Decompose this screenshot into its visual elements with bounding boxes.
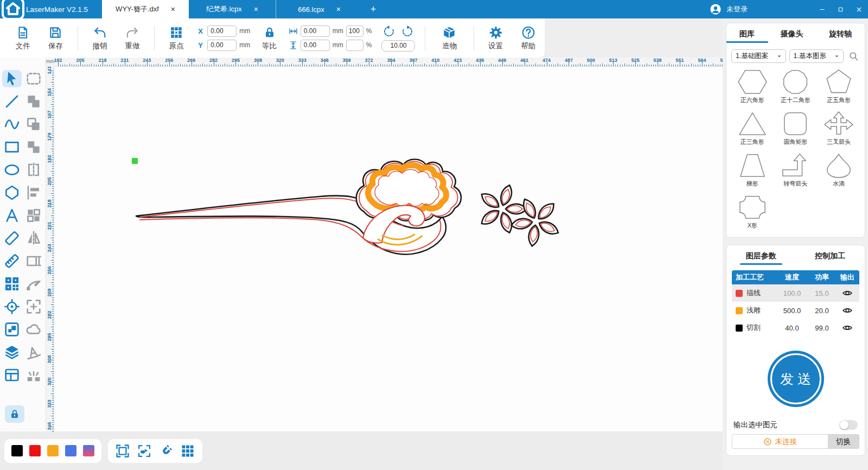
grid-button[interactable] bbox=[180, 443, 195, 459]
tab-camera[interactable]: 摄像头 bbox=[780, 29, 803, 43]
tab-close-icon[interactable]: × bbox=[254, 5, 258, 13]
layer-power[interactable]: 20.0 bbox=[808, 307, 836, 315]
layer-power[interactable]: 15.0 bbox=[808, 289, 836, 297]
tool-node-edit[interactable] bbox=[24, 275, 43, 293]
layer-row-2[interactable]: 切割40.099.0 bbox=[732, 319, 859, 336]
tool-expand[interactable] bbox=[24, 298, 43, 315]
color-swatch-0[interactable] bbox=[11, 445, 23, 456]
height-percent-input[interactable] bbox=[346, 40, 363, 51]
tool-target[interactable] bbox=[2, 298, 22, 315]
tool-subtract[interactable] bbox=[24, 116, 43, 133]
tool-group[interactable] bbox=[24, 207, 43, 224]
tool-cloud[interactable] bbox=[24, 321, 43, 338]
origin-button[interactable]: 原点 bbox=[160, 26, 193, 51]
width-input[interactable] bbox=[301, 26, 330, 37]
origin-marker[interactable] bbox=[132, 158, 138, 164]
document-tab-0[interactable]: WYY-簪子.dxf× bbox=[102, 0, 189, 18]
tool-ellipse[interactable] bbox=[2, 161, 22, 179]
rotate-ccw-icon[interactable] bbox=[382, 25, 395, 38]
send-button[interactable]: 发送 bbox=[768, 351, 824, 407]
tool-exclude[interactable] bbox=[24, 138, 43, 156]
close-button[interactable] bbox=[850, 0, 868, 18]
switch-device-button[interactable]: 切换 bbox=[828, 435, 859, 448]
layer-color-swatch[interactable] bbox=[736, 290, 743, 297]
undo-button[interactable]: 撤销 bbox=[84, 26, 116, 51]
tab-machine-control[interactable]: 控制加工 bbox=[815, 251, 845, 265]
output-selected-toggle[interactable] bbox=[839, 420, 858, 430]
height-input[interactable] bbox=[301, 40, 330, 51]
tab-gallery[interactable]: 图库 bbox=[739, 29, 755, 43]
layer-speed[interactable]: 40.0 bbox=[776, 324, 808, 332]
width-percent-input[interactable] bbox=[346, 26, 363, 37]
redo-button[interactable]: 重做 bbox=[116, 26, 149, 51]
canvas-artwork[interactable] bbox=[46, 59, 723, 431]
help-button[interactable]: 帮助 bbox=[512, 26, 545, 51]
tool-line[interactable] bbox=[2, 93, 22, 110]
tool-mirror[interactable] bbox=[24, 230, 43, 247]
shape-item-x-shape[interactable]: X形 bbox=[731, 194, 774, 236]
home-button[interactable] bbox=[0, 0, 26, 18]
tab-close-icon[interactable]: × bbox=[336, 5, 341, 13]
tool-marquee[interactable] bbox=[24, 70, 43, 87]
tool-eraser[interactable] bbox=[2, 230, 22, 247]
tool-qrcode[interactable] bbox=[2, 275, 22, 293]
tool-rect[interactable] bbox=[2, 138, 22, 156]
shape-item-triangle[interactable]: 正三角形 bbox=[731, 110, 774, 152]
layer-row-1[interactable]: 浅雕500.020.0 bbox=[732, 302, 859, 319]
layer-speed[interactable]: 500.0 bbox=[776, 307, 808, 315]
flower-right[interactable] bbox=[502, 186, 572, 256]
workspace-frame-button[interactable] bbox=[115, 443, 130, 459]
search-button[interactable] bbox=[847, 50, 860, 63]
tool-align[interactable] bbox=[24, 184, 43, 201]
tool-select[interactable] bbox=[2, 70, 22, 87]
shape-item-rounded-rect[interactable]: 圆角矩形 bbox=[774, 110, 818, 152]
layer-color-swatch[interactable] bbox=[736, 307, 743, 314]
save-button[interactable]: 保存 bbox=[39, 26, 72, 51]
login-status[interactable]: 未登录 bbox=[726, 4, 748, 14]
tab-layer-params[interactable]: 图层参数 bbox=[746, 251, 776, 265]
layer-color-swatch[interactable] bbox=[736, 325, 743, 332]
category-select[interactable]: 1.基础图案 bbox=[731, 49, 786, 63]
settings-button[interactable]: 设置 bbox=[479, 26, 512, 51]
user-avatar-icon[interactable] bbox=[710, 3, 722, 15]
layer-power[interactable]: 99.0 bbox=[808, 324, 836, 332]
tool-layers[interactable] bbox=[2, 344, 22, 361]
tool-layout[interactable] bbox=[2, 366, 22, 384]
eye-icon[interactable] bbox=[842, 288, 853, 298]
shape-item-three-arrow[interactable]: 三叉箭头 bbox=[817, 110, 860, 152]
tab-rotary[interactable]: 旋转轴 bbox=[829, 29, 852, 43]
minimize-button[interactable] bbox=[813, 0, 831, 18]
color-swatch-2[interactable] bbox=[47, 445, 59, 456]
document-tab-1[interactable]: 纪梵希.lcpx× bbox=[189, 0, 276, 18]
x-input[interactable] bbox=[207, 26, 237, 37]
maximize-button[interactable] bbox=[831, 0, 850, 18]
tool-divide[interactable] bbox=[24, 161, 43, 179]
tool-image[interactable] bbox=[2, 321, 22, 338]
shape-item-water-drop[interactable]: 水滴 bbox=[817, 152, 860, 194]
layer-row-0[interactable]: 描线100.015.0 bbox=[732, 284, 859, 302]
tool-curve[interactable] bbox=[2, 116, 22, 133]
aspect-lock-button[interactable]: 等比 bbox=[256, 26, 283, 51]
tool-ruler[interactable] bbox=[2, 252, 22, 270]
connection-status[interactable]: 未连接 bbox=[732, 435, 828, 448]
shape-item-hexagon[interactable]: 正六角形 bbox=[731, 68, 774, 110]
rotate-step-input[interactable] bbox=[381, 40, 415, 52]
magnet-button[interactable] bbox=[158, 443, 174, 459]
eye-icon[interactable] bbox=[842, 305, 853, 316]
layer-speed[interactable]: 100.0 bbox=[776, 289, 808, 297]
tool-break-apart[interactable] bbox=[24, 366, 43, 384]
shape-item-turn-arrow[interactable]: 转弯箭头 bbox=[774, 152, 818, 194]
tab-close-icon[interactable]: × bbox=[171, 5, 175, 13]
new-tab-button[interactable]: + bbox=[362, 4, 384, 15]
color-swatch-3[interactable] bbox=[65, 445, 76, 456]
document-tab-2[interactable]: 666.lcpx× bbox=[276, 0, 362, 18]
create-button[interactable]: 造物 bbox=[431, 26, 468, 51]
shape-item-dodecagon[interactable]: 正十二角形 bbox=[774, 68, 818, 110]
shape-item-pentagon[interactable]: 正五角形 bbox=[817, 68, 860, 110]
tool-text-path[interactable] bbox=[24, 344, 43, 361]
color-swatch-1[interactable] bbox=[29, 445, 41, 456]
tool-text[interactable] bbox=[2, 207, 22, 224]
fit-view-button[interactable] bbox=[137, 443, 152, 459]
subcategory-select[interactable]: 1.基本图形 bbox=[789, 49, 844, 63]
canvas-lock-button[interactable] bbox=[5, 405, 24, 423]
